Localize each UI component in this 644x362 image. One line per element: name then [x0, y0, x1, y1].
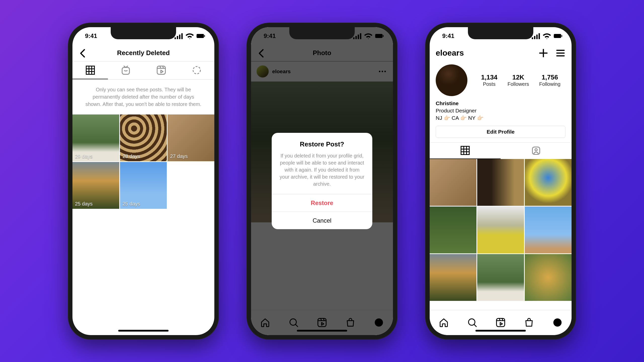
post-thumbnail[interactable] — [525, 207, 572, 253]
tab-stories[interactable] — [179, 61, 214, 79]
home-indicator[interactable] — [118, 330, 169, 332]
status-time: 9:41 — [85, 32, 97, 39]
tab-grid[interactable] — [72, 61, 108, 79]
days-remaining: 27 days — [170, 153, 188, 159]
wifi-icon — [185, 31, 194, 41]
home-indicator[interactable] — [475, 330, 526, 332]
plus-icon — [538, 48, 548, 58]
nav-reels[interactable] — [496, 317, 506, 328]
shop-icon — [524, 317, 534, 328]
stat-value: 12K — [508, 73, 529, 81]
home-icon — [439, 317, 449, 328]
grid-icon — [85, 65, 95, 75]
dialog-title: Restore Post? — [272, 133, 372, 152]
status-time: 9:41 — [442, 32, 454, 39]
post-thumbnail[interactable] — [430, 207, 476, 253]
days-remaining: 28 days — [123, 153, 140, 159]
deleted-grid: 29 days 28 days 27 days 25 days 25 days — [72, 114, 214, 209]
bio-line: Product Designer — [436, 107, 566, 114]
reels-icon — [156, 65, 166, 75]
stat-value: 1,134 — [481, 73, 497, 81]
post-thumbnail[interactable] — [477, 159, 524, 206]
reels-icon — [496, 317, 506, 328]
tab-igtv[interactable] — [108, 61, 143, 79]
nav-search[interactable] — [467, 317, 477, 328]
stat-followers[interactable]: 12K Followers — [508, 73, 529, 87]
dialog-scrim[interactable]: Restore Post? If you deleted it from you… — [251, 27, 393, 335]
deleted-item[interactable]: 27 days — [168, 114, 214, 161]
igtv-icon — [121, 65, 131, 75]
days-remaining: 29 days — [75, 153, 93, 159]
tagged-icon — [531, 146, 541, 156]
profile-icon — [552, 317, 562, 328]
menu-button[interactable] — [555, 48, 566, 58]
back-button[interactable] — [78, 48, 88, 58]
profile-avatar[interactable] — [436, 64, 467, 96]
restore-button[interactable]: Restore — [272, 194, 372, 212]
profile-header: eloears — [430, 45, 572, 61]
post-thumbnail[interactable] — [477, 254, 524, 301]
tab-posts-grid[interactable] — [430, 143, 501, 159]
tab-tagged[interactable] — [501, 143, 572, 159]
post-thumbnail[interactable] — [477, 207, 524, 253]
battery-icon — [553, 31, 562, 41]
cancel-button[interactable]: Cancel — [272, 212, 372, 229]
deleted-item[interactable]: 29 days — [72, 114, 119, 161]
deleted-item[interactable]: 25 days — [72, 162, 119, 209]
stat-posts[interactable]: 1,134 Posts — [481, 73, 497, 87]
profile-grid — [430, 159, 572, 301]
deleted-item[interactable]: 25 days — [120, 162, 167, 209]
deleted-item[interactable]: 28 days — [120, 114, 167, 161]
nav-home[interactable] — [439, 317, 449, 328]
stat-label: Following — [539, 81, 560, 87]
profile-bio: Christine Product Designer NJ 👉🏻 CA 👉🏻 N… — [430, 98, 572, 126]
post-thumbnail[interactable] — [430, 159, 476, 206]
chevron-left-icon — [78, 48, 88, 58]
profile-tabs — [430, 142, 572, 159]
content-type-tabs — [72, 61, 214, 79]
search-icon — [467, 317, 477, 328]
menu-icon — [555, 48, 566, 58]
tab-reels[interactable] — [143, 61, 179, 79]
post-thumbnail[interactable] — [525, 159, 572, 206]
restore-dialog: Restore Post? If you deleted it from you… — [272, 133, 372, 229]
days-remaining: 25 days — [75, 201, 93, 207]
dialog-body: If you deleted it from your profile grid… — [272, 152, 372, 194]
bio-name: Christine — [436, 100, 566, 107]
create-button[interactable] — [538, 48, 548, 58]
nav-shop[interactable] — [524, 317, 534, 328]
phone-restore-dialog: 9:41 Photo eloears — [247, 23, 397, 340]
phone-recently-deleted: 9:41 Recently Deleted Only you can see t… — [68, 23, 219, 340]
stat-label: Followers — [508, 81, 529, 87]
grid-icon — [460, 145, 470, 155]
info-text: Only you can see these posts. They will … — [72, 79, 214, 114]
wifi-icon — [542, 31, 551, 41]
nav-header: Recently Deleted — [72, 45, 214, 61]
page-title: Recently Deleted — [117, 49, 170, 57]
stat-value: 1,756 — [539, 73, 560, 81]
story-icon — [192, 65, 202, 75]
bio-line: NJ 👉🏻 CA 👉🏻 NY 👉🏻 — [436, 114, 566, 122]
days-remaining: 25 days — [123, 201, 140, 207]
phone-profile: 9:41 eloears 1,134 Posts 12K — [425, 23, 576, 340]
profile-username[interactable]: eloears — [436, 48, 464, 58]
post-thumbnail[interactable] — [525, 254, 572, 301]
post-thumbnail[interactable] — [430, 254, 476, 301]
battery-icon — [196, 31, 205, 41]
nav-profile[interactable] — [552, 317, 562, 328]
edit-profile-button[interactable]: Edit Profile — [436, 126, 566, 138]
stat-following[interactable]: 1,756 Following — [539, 73, 560, 87]
stat-label: Posts — [481, 81, 497, 87]
